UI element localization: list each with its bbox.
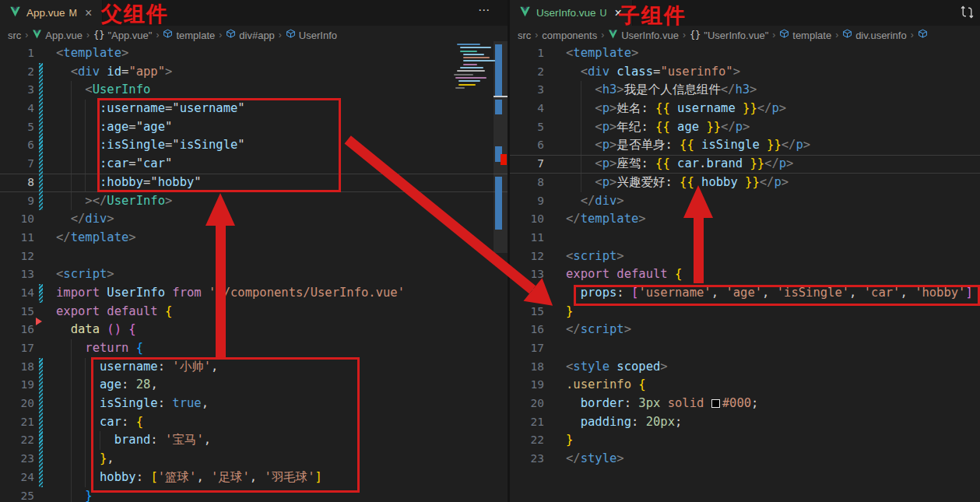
code-line[interactable]: 9 ></UserInfo> [0,192,508,211]
code-line[interactable]: 6 <p>是否单身: {{ isSingle }}</p> [510,136,980,155]
code-line[interactable]: 1<template> [510,44,980,63]
line-number: 21 [510,413,544,432]
git-modified-gutter [39,358,43,487]
breadcrumb[interactable]: src›components›UserInfo.vue›{}"UserInfo.… [510,26,980,44]
tab-label: App.vue [26,7,65,19]
breadcrumb-item[interactable]: src [518,30,531,41]
code-line[interactable]: 21 car: { [0,413,508,432]
line-number: 10 [510,210,544,229]
code-line[interactable]: 7 :car="car" [0,155,508,174]
code-line[interactable]: 20 isSingle: true, [0,395,508,413]
code-line[interactable]: 19 age: 28, [0,376,508,395]
code-line[interactable]: 2 <div class="userinfo"> [510,63,980,82]
breadcrumb-item[interactable]: components [542,30,597,41]
line-number: 12 [0,247,34,266]
code-line[interactable]: 3 <h3>我是个人信息组件</h3> [510,81,980,100]
code-line[interactable]: 18<style scoped> [510,358,980,377]
line-number: 11 [0,229,34,247]
line-number: 17 [510,339,544,358]
code-line[interactable]: 25 } [0,487,508,502]
code-line[interactable]: 18 username: '小帅', [0,358,508,377]
minimap[interactable] [454,44,491,90]
code-line[interactable]: 8 <p>兴趣爱好: {{ hobby }}</p> [510,174,980,192]
breadcrumb-item[interactable]: {}"UserInfo.vue" [690,30,768,41]
breadcrumb-item[interactable]: template [779,29,831,41]
breadcrumb[interactable]: src›App.vue›{}"App.vue"›template›div#app… [0,26,508,44]
code-line[interactable]: 16</script> [510,321,980,339]
code-line[interactable]: 22} [510,431,980,450]
overview-ruler[interactable] [494,41,508,253]
breadcrumb-item[interactable]: template [163,29,215,41]
code-line[interactable]: 14import UserInfo from './components/Use… [0,284,508,303]
code-line[interactable]: 19.userinfo { [510,376,980,395]
code-line[interactable]: 16 data () { [0,321,508,339]
code-line[interactable]: 15} [510,303,980,321]
tab-userinfo-vue[interactable]: UserInfo.vue U × [510,0,633,26]
code-line[interactable]: 13export default { [510,265,980,284]
code-line[interactable]: 20 border: 3px solid #000; [510,395,980,413]
code-line[interactable]: 23</style> [510,450,980,469]
code-line[interactable]: 10</template> [510,210,980,229]
code-line[interactable]: 23 }, [0,450,508,469]
more-actions-icon[interactable]: ⋯ [478,3,490,17]
line-number: 16 [0,321,34,339]
breadcrumb-item[interactable] [918,29,931,41]
code-line[interactable]: 17 [510,339,980,358]
split-editor-icon[interactable] [961,5,974,22]
breadcrumb-item[interactable]: src [8,30,21,41]
line-number: 19 [0,376,34,395]
code-line[interactable]: 14 props: ['username', 'age', 'isSingle'… [510,284,980,303]
code-line[interactable]: 1<template> [0,44,508,63]
line-number: 11 [510,229,544,247]
line-number: 22 [510,431,544,450]
code-line[interactable]: 6 :isSingle="isSingle" [0,136,508,155]
code-line[interactable]: 4 <p>姓名: {{ username }}</p> [510,100,980,118]
code-area[interactable]: 1<template>2 <div id="app">3 <UserInfo4 … [0,44,508,502]
code-line[interactable]: 11</template> [0,229,508,247]
code-line[interactable]: 10 </div> [0,210,508,229]
cube-icon [286,29,296,41]
code-area[interactable]: 1<template>2 <div class="userinfo">3 <h3… [510,44,980,469]
line-number: 4 [510,100,544,118]
breadcrumb-item[interactable]: UserInfo [286,29,337,41]
editor-group-divider[interactable] [508,0,510,502]
vue-logo-icon [519,6,531,20]
braces-icon: {} [93,30,104,40]
code-line[interactable]: 5 <p>年纪: {{ age }}</p> [510,118,980,137]
cube-icon [779,29,789,41]
line-number: 6 [0,136,34,155]
code-line[interactable]: 21 padding: 20px; [510,413,980,432]
breadcrumb-item[interactable]: {}"App.vue" [93,30,152,41]
breadcrumb-item[interactable]: div.userinfo [842,29,907,41]
code-line[interactable]: 22 brand: '宝马', [0,431,508,450]
code-line[interactable]: 12 [0,247,508,266]
vue-logo-icon [9,6,21,20]
code-line[interactable]: 13<script> [0,265,508,284]
code-line[interactable]: 4 :username="username" [0,100,508,118]
line-number: 16 [510,321,544,339]
code-line[interactable]: 11 [510,229,980,247]
breadcrumb-item[interactable]: div#app [226,29,275,41]
close-icon[interactable]: × [613,6,624,20]
line-number: 25 [0,487,34,502]
code-line[interactable]: 12<script> [510,247,980,266]
code-line[interactable]: 5 :age="age" [0,118,508,137]
code-line[interactable]: 7 <p>座驾: {{ car.brand }}</p> [510,155,980,174]
tab-app-vue[interactable]: App.vue M × [0,0,103,26]
line-number: 9 [0,192,34,211]
breadcrumb-item[interactable]: UserInfo.vue [608,30,679,41]
cube-icon [918,29,928,41]
git-modified-gutter [39,63,43,211]
code-line[interactable]: 8 :hobby="hobby" [0,174,508,192]
line-number: 12 [510,247,544,266]
color-swatch-icon [711,399,720,408]
code-line[interactable]: 9 </div> [510,192,980,211]
code-line[interactable]: 24 hobby: ['篮球', '足球', '羽毛球'] [0,469,508,487]
code-line[interactable]: 15export default { [0,303,508,321]
line-number: 6 [510,136,544,155]
code-line[interactable]: 3 <UserInfo [0,81,508,100]
close-icon[interactable]: × [83,6,94,20]
code-line[interactable]: 2 <div id="app"> [0,63,508,82]
breadcrumb-item[interactable]: App.vue [32,30,83,41]
code-line[interactable]: 17 return { [0,339,508,358]
